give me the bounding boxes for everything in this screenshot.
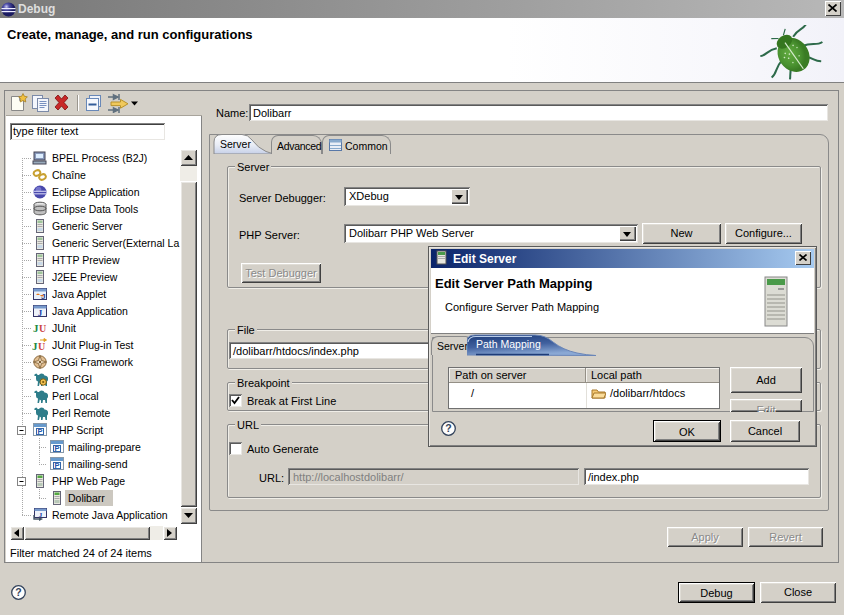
svg-text:?: ? — [15, 586, 21, 598]
svg-text:P: P — [37, 427, 42, 436]
svg-text:J: J — [38, 308, 43, 318]
svg-text:?: ? — [445, 422, 451, 434]
svg-text:U: U — [38, 341, 45, 352]
svg-text:P: P — [54, 461, 59, 470]
svg-text:P: P — [54, 444, 59, 453]
svg-text:U: U — [39, 323, 46, 334]
svg-text:J: J — [41, 292, 45, 301]
